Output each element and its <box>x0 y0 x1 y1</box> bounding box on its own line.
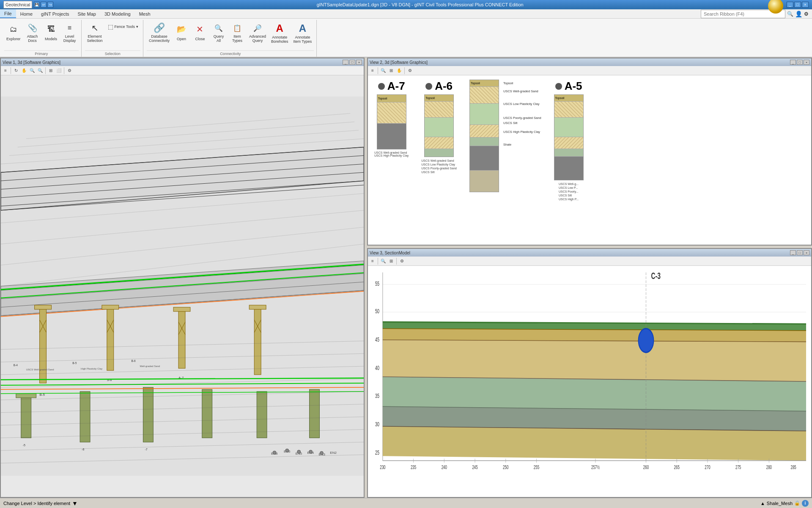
view1-close[interactable]: × <box>356 60 362 65</box>
annotate-boreholes-icon: A <box>273 22 286 34</box>
vtb-zoom-out[interactable]: 🔍 <box>36 67 44 75</box>
view2-maximize[interactable]: □ <box>797 60 803 65</box>
view3-maximize[interactable]: □ <box>797 250 803 255</box>
vtb3-settings[interactable]: ⚙ <box>398 257 406 265</box>
item-types-label: ItemTypes <box>232 34 242 43</box>
vtb-zoom-in[interactable]: 🔍 <box>28 67 36 75</box>
vtb2-zoom[interactable]: 🔍 <box>379 67 387 75</box>
vtb3-zoom[interactable]: 🔍 <box>379 257 387 265</box>
svg-text:230: 230 <box>380 465 385 470</box>
svg-text:55: 55 <box>375 280 379 287</box>
connectivity-group-label: Connectivity <box>147 50 314 56</box>
borehole-a5-log: Topsoil <box>554 94 584 180</box>
query-all-button[interactable]: 🔍 QueryAll <box>210 21 228 44</box>
view2-close[interactable]: × <box>804 60 809 65</box>
annotate-item-types-button[interactable]: A AnnotateItem Types <box>291 21 314 44</box>
menu-site-map[interactable]: Site Map <box>74 9 100 18</box>
item-types-icon: 📋 <box>230 22 244 33</box>
svg-text:B-6: B-6 <box>132 359 136 362</box>
settings-icon[interactable]: ⚙ <box>804 11 809 17</box>
open-icon: 📂 <box>175 22 188 36</box>
svg-text:35: 35 <box>375 392 379 399</box>
vtb-rotate[interactable]: ↻ <box>12 67 20 75</box>
vtb-view-menu[interactable]: ≡ <box>2 67 9 75</box>
menu-gint-projects[interactable]: gINT Projects <box>37 9 73 18</box>
a5-labels: USCS Well-g... USCS Low P... USCS Poorly… <box>559 182 579 201</box>
db-connectivity-label: DatabaseConnectivity <box>149 34 170 43</box>
level-display-icon: ≡ <box>63 22 77 33</box>
borehole-a7-header: A-7 <box>378 80 405 93</box>
view3: View 3, SectionModel _ □ × ≡ 🔍 ⊞ ⚙ 55 50… <box>367 248 812 498</box>
explorer-label: Explorer <box>6 37 21 41</box>
view1-minimize[interactable]: _ <box>343 60 348 65</box>
close-icon: ✕ <box>193 22 207 36</box>
advanced-query-button[interactable]: 🔎 AdvancedQuery <box>247 21 268 44</box>
view2-title: View 2, 3d [Software Graphics] <box>370 60 428 65</box>
view2-minimize[interactable]: _ <box>790 60 796 65</box>
maximize-button[interactable]: □ <box>794 2 801 8</box>
status-right: ▲ Shale_Mesh 🔒 i <box>760 500 809 507</box>
vtb2-settings[interactable]: ⚙ <box>406 67 414 75</box>
view3-close[interactable]: × <box>804 250 809 255</box>
close-button[interactable]: × <box>802 2 809 8</box>
vtb2-pan[interactable]: ✋ <box>395 67 403 75</box>
explorer-button[interactable]: 🗂 Explorer <box>4 21 23 44</box>
vtb-window[interactable]: ⬜ <box>55 67 63 75</box>
vtb2-menu[interactable]: ≡ <box>369 67 376 75</box>
close-button-ribbon[interactable]: ✕ Close <box>191 21 209 44</box>
vtb2-fit[interactable]: ⊞ <box>387 67 395 75</box>
minimize-button[interactable]: _ <box>787 2 793 8</box>
menu-file[interactable]: File <box>0 9 16 18</box>
quick-access-redo[interactable]: ↪ <box>47 2 53 8</box>
annotate-boreholes-button[interactable]: A AnnotateBoreholes <box>269 21 291 44</box>
vtb3-fit[interactable]: ⊞ <box>387 257 395 265</box>
status-info-icon: i <box>802 500 809 507</box>
ribbon-content: 🗂 Explorer 📎 AttachDocs 🏗 Models ≡ Level… <box>0 19 812 57</box>
database-connectivity-button[interactable]: 🔗 DatabaseConnectivity <box>147 21 172 44</box>
models-button[interactable]: 🏗 Models <box>42 21 60 44</box>
view3-controls: _ □ × <box>790 250 809 255</box>
menu-3d-modeling[interactable]: 3D Modeling <box>100 9 135 18</box>
element-selection-button[interactable]: ↖ ElementSelection <box>85 21 105 44</box>
level-display-label: LevelDisplay <box>63 34 76 43</box>
level-display-button[interactable]: ≡ LevelDisplay <box>61 21 79 44</box>
view2-titlebar: View 2, 3d [Software Graphics] _ □ × <box>368 58 811 66</box>
view1-maximize[interactable]: □ <box>349 60 355 65</box>
svg-text:Well-graded Sand: Well-graded Sand <box>140 365 160 367</box>
item-types-button[interactable]: 📋 ItemTypes <box>228 21 246 44</box>
title-bar: Geotechnical 💾 ↩ ↪ gINTSampleDataUpdate1… <box>0 0 812 9</box>
menu-mesh[interactable]: Mesh <box>135 9 155 18</box>
vtb-fit[interactable]: ⊞ <box>47 67 55 75</box>
selection-buttons: ↖ ElementSelection ⬚ Fence Tools ▾ <box>85 21 140 50</box>
svg-point-111 <box>639 329 654 352</box>
explorer-icon: 🗂 <box>7 22 20 36</box>
connectivity-buttons: 🔗 DatabaseConnectivity 📂 Open ✕ Close 🔍 … <box>147 21 314 50</box>
geotech-dropdown[interactable]: Geotechnical <box>3 1 32 8</box>
quick-access-undo[interactable]: ↩ <box>41 2 47 8</box>
svg-text:45: 45 <box>375 336 379 342</box>
svg-text:235: 235 <box>411 465 416 470</box>
view1-canvas: B-5 3-6 A-7 <box>1 75 364 497</box>
menu-home[interactable]: Home <box>16 9 37 18</box>
primary-group-label: Primary <box>4 50 79 56</box>
user-icon: 👤 <box>795 11 802 17</box>
quick-access-btn[interactable]: 💾 <box>34 2 40 8</box>
element-selection-label: ElementSelection <box>87 34 103 43</box>
view3-titlebar: View 3, SectionModel _ □ × <box>368 249 811 257</box>
search-icon[interactable]: 🔍 <box>787 11 793 17</box>
menu-bar: File Home gINT Projects Site Map 3D Mode… <box>0 9 812 19</box>
models-icon: 🏗 <box>44 22 58 36</box>
fence-tools-button[interactable]: ⬚ Fence Tools ▾ <box>106 22 140 31</box>
vtb3-menu[interactable]: ≡ <box>369 257 376 265</box>
open-button[interactable]: 📂 Open <box>173 21 190 44</box>
vtb-pan[interactable]: ✋ <box>20 67 28 75</box>
view3-minimize[interactable]: _ <box>790 250 796 255</box>
borehole-a5-header: A-5 <box>555 80 582 93</box>
borehole-main-labels: Topsoil USCS Well-graded Sand USCS Low P… <box>503 80 541 147</box>
vtb-settings[interactable]: ⚙ <box>66 67 73 75</box>
svg-text:C-3: C-3 <box>651 271 660 281</box>
svg-rect-52 <box>143 387 153 442</box>
attach-button[interactable]: 📎 AttachDocs <box>24 21 41 44</box>
view3-title: View 3, SectionModel <box>370 251 410 255</box>
svg-text:265: 265 <box>674 465 680 470</box>
